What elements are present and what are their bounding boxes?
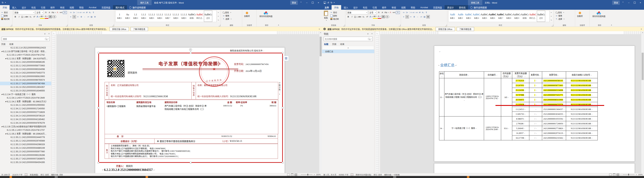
style-gallery-arrows[interactable]: ▲▼▼̲: [217, 10, 220, 22]
style-item-标题 9[interactable]: AaBbCcDd标题 9: [513, 10, 521, 22]
taskbar-app-icon[interactable]: [146, 176, 148, 178]
nav-item[interactable]: ◢6.2.2.35.2 发票（结算金额：89.159628万...: [0, 132, 51, 135]
asian-layout-icon[interactable]: A²: [418, 11, 422, 14]
underline-button[interactable]: U▾: [21, 15, 25, 18]
clear-formatting-button[interactable]: A: [56, 11, 59, 14]
nav-item[interactable]: 6.2.2.35.2.8 24212000000084304265: [0, 161, 51, 164]
enclose-characters-button[interactable]: 字: [385, 15, 389, 18]
format-painter-button[interactable]: 格式刷: [1, 17, 10, 20]
multilevel-list-icon[interactable]: ⋮≡: [76, 11, 79, 14]
ribbon-tab-Acrobat[interactable]: Acrobat: [418, 5, 430, 10]
minimize-button[interactable]: –: [626, 0, 631, 4]
style-item-标题 4[interactable]: AaBbCc标题 4: [472, 10, 480, 22]
perf-table-row[interactable]: 33西气东输三段中段（中卫-吉安）项目中卫-枣阳段线路工程第六标段工程服务合同（…: [439, 78, 598, 83]
clear-formatting-button[interactable]: A: [389, 11, 392, 14]
undo-icon[interactable]: ↺: [327, 1, 329, 4]
ribbon-tab-表设计[interactable]: 表设计: [444, 5, 456, 10]
style-item-标题 7[interactable]: AaBbCcD标题 7: [497, 10, 505, 22]
ribbon-tab-插入[interactable]: 插入: [341, 5, 351, 10]
align-center-icon[interactable]: ≡: [72, 15, 76, 19]
zoom-out-icon[interactable]: −: [298, 174, 300, 176]
ribbon-tab-视图[interactable]: 视图: [398, 5, 408, 10]
language-status[interactable]: 英语(美国): [30, 174, 38, 176]
nav-item[interactable]: 6.2.2.33.2.8 25212000000013604357: [0, 85, 51, 89]
font-name-combo[interactable]: 宋体▾: [14, 10, 35, 14]
taskbar-app-icon[interactable]: [10, 176, 12, 178]
style-item-标题 8[interactable]: AaBbCcDd标题 8: [505, 10, 513, 22]
collapse-ribbon-icon[interactable]: ∧: [610, 10, 614, 27]
ribbon-tab-审阅[interactable]: 审阅: [58, 5, 67, 10]
replace-button[interactable]: ab替换: [556, 14, 564, 17]
find-button[interactable]: 查找▾: [556, 11, 564, 14]
borders-icon[interactable]: ⊞: [93, 15, 96, 18]
nav-item[interactable]: 6.2.2.34.2.3 24212000000027718826: [0, 110, 51, 114]
style-item-标题 6[interactable]: AaBbCcD标题 6: [489, 10, 497, 22]
resize-handle[interactable]: [98, 107, 99, 109]
nav-item[interactable]: 6.2.2.33.2.1 24212000000046586195: [0, 60, 51, 64]
nav-item[interactable]: 6.2.2.33.2.5 24212000000085610900: [0, 75, 51, 78]
style-item-标题 5[interactable]: AaBbCcD标题 5: [480, 10, 489, 22]
get-genuine-office-button[interactable]: 获取正版 Office: [436, 27, 455, 31]
sign-in-button[interactable]: 登录: [290, 0, 298, 5]
sign-in-button[interactable]: 登录: [612, 0, 620, 5]
taskbar-app-icon[interactable]: [393, 176, 396, 178]
document-page-2[interactable]: [434, 163, 635, 173]
nav-item[interactable]: 6.2.2.34.2.4 24212000000029736119: [0, 114, 51, 117]
font-size-combo[interactable]: 五号▾: [368, 10, 377, 14]
show-marks-icon[interactable]: ¶: [425, 11, 428, 14]
layout-options-button[interactable]: [284, 56, 289, 61]
style-item-段落1[interactable]: AaBbCcDc段落1: [521, 10, 529, 22]
resize-handle[interactable]: [282, 162, 284, 164]
decrease-indent-icon[interactable]: «≡: [412, 11, 415, 14]
cut-button[interactable]: ✂剪切: [330, 11, 339, 14]
track-changes-status[interactable]: 修订: 关闭: [40, 174, 49, 176]
bullets-icon[interactable]: ⁝≡: [402, 11, 405, 14]
subscript-button[interactable]: x₂: [362, 15, 365, 18]
qat-customize-icon[interactable]: ▾: [334, 2, 335, 3]
nav-item[interactable]: 6.2.2.34.2.6 24212000000047876278: [0, 121, 51, 125]
ribbon-tab-视图[interactable]: 视图: [67, 5, 76, 10]
nav-pane-close-icon[interactable]: ×: [372, 33, 372, 35]
expand-caret-icon[interactable]: ◢: [5, 58, 7, 59]
style-item-标题 4[interactable]: 1.1.1标题 4: [140, 10, 148, 22]
taskbar-app-icon[interactable]: [467, 176, 469, 178]
bold-button[interactable]: B: [346, 15, 350, 18]
ribbon-tab-审阅[interactable]: 审阅: [389, 5, 398, 10]
paragraph-dialog-launcher[interactable]: [445, 24, 447, 26]
copy-button[interactable]: 复制: [1, 14, 10, 17]
ribbon-tab-布局[interactable]: 布局: [29, 5, 38, 10]
vertical-scrollbar[interactable]: ▲: [319, 31, 322, 173]
ribbon-tab-图片格式[interactable]: 图片格式: [113, 5, 127, 10]
ribbon-display-options-button[interactable]: ⌃: [298, 0, 304, 4]
font-size-combo[interactable]: 五号▾: [36, 10, 44, 14]
word-count[interactable]: 40/965 个字: [339, 174, 348, 176]
nav-item[interactable]: 6.2.2.33.1 LHSY-YTJSGS-2024-FW-2742: [0, 53, 51, 57]
superscript-button[interactable]: x²: [32, 15, 36, 18]
align-center-icon[interactable]: ≡: [406, 15, 409, 19]
ribbon-tab-帮助[interactable]: 帮助: [76, 5, 86, 10]
clipboard-dialog-launcher[interactable]: [10, 24, 12, 26]
print-layout-icon[interactable]: [613, 174, 616, 176]
performance-table[interactable]: 序号项目名称合同编号合同金额（万元）发票开具金额（万元）发票代码发票号码收款方纳…: [439, 72, 598, 140]
style-item-标题 8[interactable]: 1.1.1.1标题 8: [172, 10, 180, 22]
select-button[interactable]: ↖选择▾: [556, 17, 564, 20]
nav-pane-options-icon[interactable]: ∨: [44, 33, 46, 35]
enclose-characters-button[interactable]: 字: [52, 15, 56, 18]
change-case-button[interactable]: Aa▾: [52, 11, 56, 14]
zoom-level[interactable]: 150%: [316, 174, 321, 176]
justify-icon[interactable]: ≣: [412, 15, 416, 18]
save-to-baidu-button[interactable]: 保存到百度网盘: [258, 10, 274, 23]
qat-customize-icon[interactable]: ▾: [5, 2, 6, 3]
nav-item[interactable]: 6.2.2.35.2.7 24212000000072838975: [0, 157, 51, 161]
nav-search-input[interactable]: 在文档中搜索 ▾: [324, 37, 372, 41]
nav-item[interactable]: 6.2.2.35.2.6 24212000000065226286: [0, 153, 51, 157]
read-mode-icon[interactable]: [609, 174, 612, 176]
phonetic-guide-button[interactable]: wén: [59, 11, 63, 14]
style-item-段落1[interactable]: AaBbCcDc段落1: [188, 10, 196, 22]
shrink-font-button[interactable]: Aˇ: [381, 11, 384, 14]
italic-button[interactable]: I: [350, 15, 354, 18]
grow-font-button[interactable]: Aˆ: [44, 11, 48, 14]
page-count[interactable]: 第 1 页，共 8 页: [323, 174, 336, 176]
align-left-icon[interactable]: ≡: [69, 15, 72, 18]
italic-button[interactable]: I: [17, 15, 21, 18]
